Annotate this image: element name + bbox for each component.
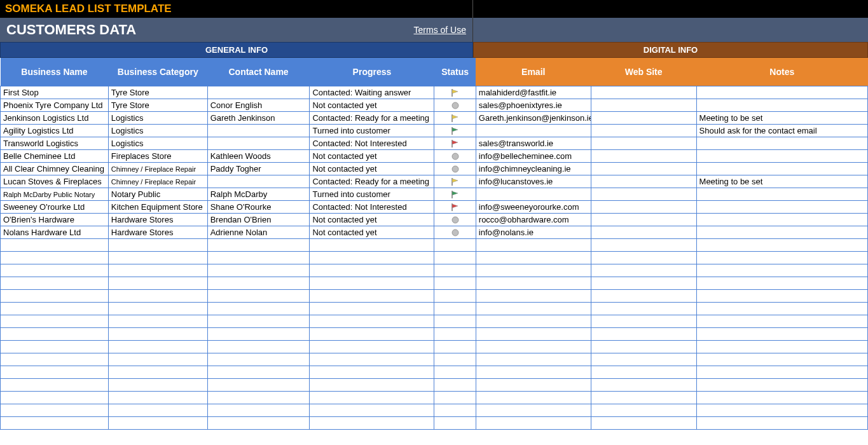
cell-business[interactable] [1,290,109,303]
cell-category[interactable] [108,315,207,328]
cell-contact[interactable]: Paddy Togher [207,163,310,175]
cell-progress[interactable] [310,404,434,417]
cell-email[interactable] [476,277,591,290]
col-progress[interactable]: Progress [310,58,434,86]
cell-progress[interactable] [310,328,434,341]
cell-email[interactable]: rocco@obhardware.com [476,214,591,226]
cell-status[interactable] [434,315,476,328]
cell-category[interactable]: Notary Public [108,188,207,201]
table-row[interactable] [1,341,868,353]
col-website[interactable]: Web Site [591,58,696,86]
table-row[interactable] [1,239,868,252]
cell-business[interactable]: O'Brien's Hardware [1,214,109,226]
table-row[interactable] [1,392,868,404]
cell-status[interactable] [434,175,476,188]
cell-category[interactable]: Chimney / Fireplace Repair [108,175,207,188]
cell-progress[interactable]: Not contacted yet [310,226,434,239]
cell-status[interactable] [434,277,476,290]
cell-website[interactable] [591,226,696,239]
cell-email[interactable] [476,341,591,353]
cell-progress[interactable]: Contacted: Ready for a meeting [310,112,434,125]
cell-email[interactable] [476,252,591,264]
cell-business[interactable] [1,239,109,252]
cell-email[interactable] [476,188,591,201]
cell-category[interactable] [108,303,207,315]
cell-status[interactable] [434,214,476,226]
table-row[interactable] [1,417,868,430]
cell-website[interactable] [591,353,696,366]
cell-email[interactable]: sales@phoenixtyres.ie [476,99,591,112]
cell-website[interactable] [591,379,696,392]
cell-category[interactable] [108,417,207,430]
lead-table[interactable]: Business Name Business Category Contact … [0,58,868,430]
cell-contact[interactable]: Gareth Jenkinson [207,112,310,125]
cell-notes[interactable] [696,303,867,315]
cell-notes[interactable] [696,188,867,201]
cell-business[interactable] [1,417,109,430]
cell-email[interactable] [476,366,591,379]
table-row[interactable]: Lucan Stoves & FireplacesChimney / Firep… [1,175,868,188]
cell-category[interactable] [108,379,207,392]
table-row[interactable]: Sweeney O'rourke LtdKitchen Equipment St… [1,201,868,214]
cell-email[interactable] [476,264,591,277]
cell-contact[interactable] [207,353,310,366]
cell-category[interactable] [108,366,207,379]
cell-category[interactable]: Logistics [108,112,207,125]
cell-email[interactable] [476,290,591,303]
cell-contact[interactable] [207,315,310,328]
cell-notes[interactable] [696,353,867,366]
cell-notes[interactable] [696,214,867,226]
table-row[interactable]: Jenkinson Logistics LtdLogisticsGareth J… [1,112,868,125]
cell-progress[interactable]: Not contacted yet [310,163,434,175]
col-notes[interactable]: Notes [696,58,867,86]
cell-progress[interactable] [310,392,434,404]
cell-email[interactable]: info@nolans.ie [476,226,591,239]
cell-business[interactable] [1,379,109,392]
cell-business[interactable]: Agility Logistics Ltd [1,125,109,137]
cell-category[interactable] [108,277,207,290]
cell-progress[interactable]: Contacted: Not Interested [310,201,434,214]
cell-progress[interactable] [310,290,434,303]
cell-contact[interactable] [207,392,310,404]
col-status[interactable]: Status [434,58,476,86]
cell-website[interactable] [591,150,696,163]
cell-notes[interactable] [696,315,867,328]
cell-email[interactable] [476,239,591,252]
cell-status[interactable] [434,99,476,112]
cell-notes[interactable] [696,163,867,175]
cell-business[interactable] [1,315,109,328]
cell-contact[interactable] [207,303,310,315]
cell-progress[interactable]: Turned into customer [310,125,434,137]
cell-business[interactable]: Transworld Logistics [1,137,109,150]
cell-status[interactable] [434,404,476,417]
cell-progress[interactable] [310,341,434,353]
cell-business[interactable] [1,252,109,264]
cell-business[interactable] [1,303,109,315]
cell-category[interactable]: Logistics [108,125,207,137]
cell-email[interactable]: sales@transworld.ie [476,137,591,150]
cell-business[interactable] [1,404,109,417]
cell-status[interactable] [434,137,476,150]
cell-contact[interactable] [207,341,310,353]
cell-business[interactable] [1,277,109,290]
cell-category[interactable]: Fireplaces Store [108,150,207,163]
table-row[interactable] [1,252,868,264]
cell-business[interactable]: Lucan Stoves & Fireplaces [1,175,109,188]
cell-notes[interactable]: Should ask for the contact email [696,125,867,137]
cell-notes[interactable] [696,150,867,163]
cell-contact[interactable] [207,277,310,290]
cell-website[interactable] [591,163,696,175]
cell-progress[interactable] [310,366,434,379]
cell-website[interactable] [591,264,696,277]
table-row[interactable]: First StopTyre StoreContacted: Waiting a… [1,86,868,99]
cell-status[interactable] [434,163,476,175]
cell-contact[interactable] [207,252,310,264]
cell-category[interactable] [108,239,207,252]
cell-progress[interactable]: Contacted: Ready for a meeting [310,175,434,188]
cell-category[interactable]: Chimney / Fireplace Repair [108,163,207,175]
cell-status[interactable] [434,188,476,201]
cell-notes[interactable] [696,137,867,150]
col-contact-name[interactable]: Contact Name [207,58,310,86]
cell-notes[interactable] [696,341,867,353]
cell-contact[interactable] [207,379,310,392]
